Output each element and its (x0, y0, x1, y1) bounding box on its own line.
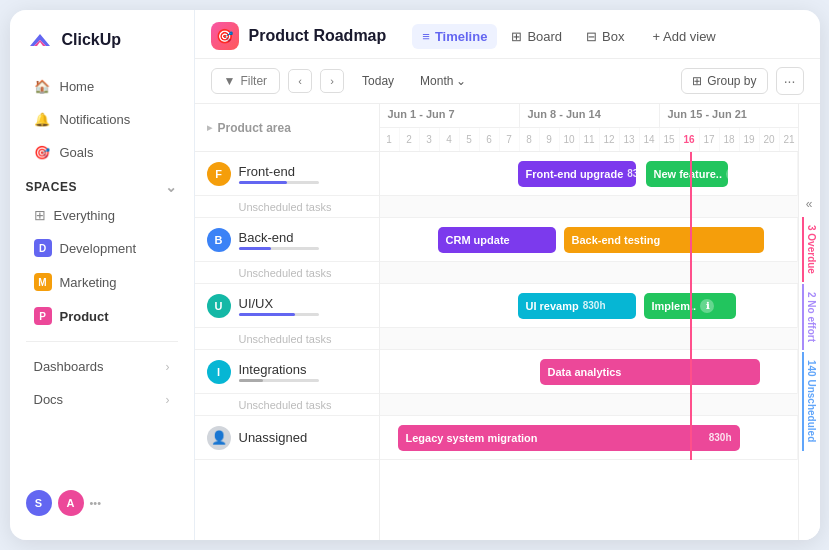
add-view-button[interactable]: + Add view (643, 24, 726, 49)
today-button[interactable]: Today (352, 70, 404, 92)
prev-period-button[interactable]: ‹ (288, 69, 312, 93)
right-side-panel: « 3 Overdue 2 No effort 140 Unscheduled (798, 104, 820, 540)
filter-button[interactable]: ▼ Filter (211, 68, 281, 94)
chevron-down-icon[interactable]: ⌄ (165, 179, 178, 195)
space-item-marketing[interactable]: M Marketing (18, 266, 186, 298)
group-by-icon: ⊞ (692, 74, 702, 88)
collapse-icon[interactable]: ▸ (207, 122, 212, 133)
frontend-progress-track (239, 181, 319, 184)
integrations-progress-fill (239, 379, 263, 382)
gantt-area-header: ▸ Product area (195, 104, 379, 152)
bar-ui-revamp[interactable]: UI revamp 830h (518, 293, 636, 319)
gantt-row-uiux: U UI/UX (195, 284, 379, 328)
backend-name: Back-end (239, 230, 319, 250)
day-7: 7 (500, 128, 520, 151)
app-container: ClickUp 🏠 Home 🔔 Notifications 🎯 Goals S… (10, 10, 820, 540)
no-effort-label[interactable]: 2 No effort (802, 284, 817, 350)
more-options-button[interactable]: ··· (776, 67, 804, 95)
integrations-name: Integrations (239, 362, 319, 382)
bar-data-analytics[interactable]: Data analytics (540, 359, 760, 385)
tab-box[interactable]: ⊟ Box (576, 24, 634, 49)
bar-backend-testing[interactable]: Back-end testing (564, 227, 764, 253)
bar-new-feature[interactable]: New feature.. ℹ (646, 161, 728, 187)
day-14: 14 (640, 128, 660, 151)
sidebar: ClickUp 🏠 Home 🔔 Notifications 🎯 Goals S… (10, 10, 195, 540)
avatar-uiux: U (207, 294, 231, 318)
day-1: 1 (380, 128, 400, 151)
sidebar-item-goals[interactable]: 🎯 Goals (18, 137, 186, 168)
month-selector[interactable]: Month ⌄ (412, 70, 474, 92)
clickup-logo-icon (26, 26, 54, 54)
day-19: 19 (740, 128, 760, 151)
day-11: 11 (580, 128, 600, 151)
logo-text: ClickUp (62, 31, 122, 49)
gantt-bar-row-integrations: Data analytics (380, 350, 798, 394)
sidebar-divider (26, 341, 178, 342)
gantt-row-unassigned: 👤 Unassigned (195, 416, 379, 460)
tab-board[interactable]: ⊞ Board (501, 24, 572, 49)
home-icon: 🏠 (34, 79, 50, 94)
collapse-button[interactable]: « (798, 193, 820, 215)
unassigned-name: Unassigned (239, 430, 308, 445)
space-item-product[interactable]: P Product (18, 300, 186, 332)
next-period-button[interactable]: › (320, 69, 344, 93)
day-15: 15 (660, 128, 680, 151)
uiux-unscheduled-row: Unscheduled tasks (195, 328, 379, 350)
sidebar-item-notifications[interactable]: 🔔 Notifications (18, 104, 186, 135)
bell-icon: 🔔 (34, 112, 50, 127)
bar-frontend-upgrade[interactable]: Front-end upgrade 830h (518, 161, 636, 187)
gantt-bar-row-uiux: UI revamp 830h Implem.. ℹ (380, 284, 798, 328)
project-title: Product Roadmap (249, 27, 387, 45)
integrations-unscheduled-row: Unscheduled tasks (195, 394, 379, 416)
backend-progress-fill (239, 247, 271, 250)
frontend-unscheduled-row: Unscheduled tasks (195, 196, 379, 218)
avatar-integrations: I (207, 360, 231, 384)
avatar-backend: B (207, 228, 231, 252)
chevron-right-icon-docs: › (166, 393, 170, 407)
gantt-left-column: ▸ Product area F Front-end Unscheduled t… (195, 104, 380, 540)
gantt-rows-area: Front-end upgrade 830h New feature.. ℹ (380, 152, 798, 460)
sidebar-item-dashboards[interactable]: Dashboards › (18, 351, 186, 382)
bar-crm-update[interactable]: CRM update (438, 227, 556, 253)
avatar-s[interactable]: S (26, 490, 52, 516)
week-label-1: Jun 1 - Jun 7 (380, 104, 520, 127)
week-label-3: Jun 15 - Jun 21 (660, 104, 798, 127)
gantt-bar-row-legacy: Legacy system migration 830h (380, 416, 798, 460)
day-18: 18 (720, 128, 740, 151)
marketing-dot: M (34, 273, 52, 291)
logo: ClickUp (10, 26, 194, 70)
day-5: 5 (460, 128, 480, 151)
avatar-more-icon: ••• (90, 497, 102, 509)
uiux-progress-fill (239, 313, 295, 316)
gantt-container: ▸ Product area F Front-end Unscheduled t… (195, 104, 820, 540)
avatar-frontend: F (207, 162, 231, 186)
gantt-row-backend: B Back-end (195, 218, 379, 262)
everything-icon: ⊞ (34, 207, 46, 223)
day-9: 9 (540, 128, 560, 151)
sidebar-item-docs[interactable]: Docs › (18, 384, 186, 415)
days-row: 1 2 3 4 5 6 7 8 9 10 11 12 13 14 (380, 128, 798, 151)
avatar-a[interactable]: A (58, 490, 84, 516)
avatar-unassigned: 👤 (207, 426, 231, 450)
space-item-everything[interactable]: ⊞ Everything (18, 200, 186, 230)
bar-legacy-migration[interactable]: Legacy system migration 830h (398, 425, 740, 451)
unscheduled-label[interactable]: 140 Unscheduled (802, 352, 817, 450)
group-by-button[interactable]: ⊞ Group by (681, 68, 767, 94)
chevron-right-icon: › (166, 360, 170, 374)
tab-timeline[interactable]: ≡ Timeline (412, 24, 497, 49)
integrations-progress-track (239, 379, 319, 382)
day-17: 17 (700, 128, 720, 151)
uiux-name: UI/UX (239, 296, 319, 316)
gantt-unscheduled-integrations (380, 394, 798, 416)
filter-icon: ▼ (224, 74, 236, 88)
sidebar-item-home[interactable]: 🏠 Home (18, 71, 186, 102)
timeline-icon: ≡ (422, 29, 430, 44)
product-dot: P (34, 307, 52, 325)
space-item-development[interactable]: D Development (18, 232, 186, 264)
day-21: 21 (780, 128, 798, 151)
backend-progress-track (239, 247, 319, 250)
day-4: 4 (440, 128, 460, 151)
overdue-label[interactable]: 3 Overdue (802, 217, 817, 282)
spaces-section-header: Spaces ⌄ (10, 169, 194, 199)
gantt-unscheduled-uiux (380, 328, 798, 350)
